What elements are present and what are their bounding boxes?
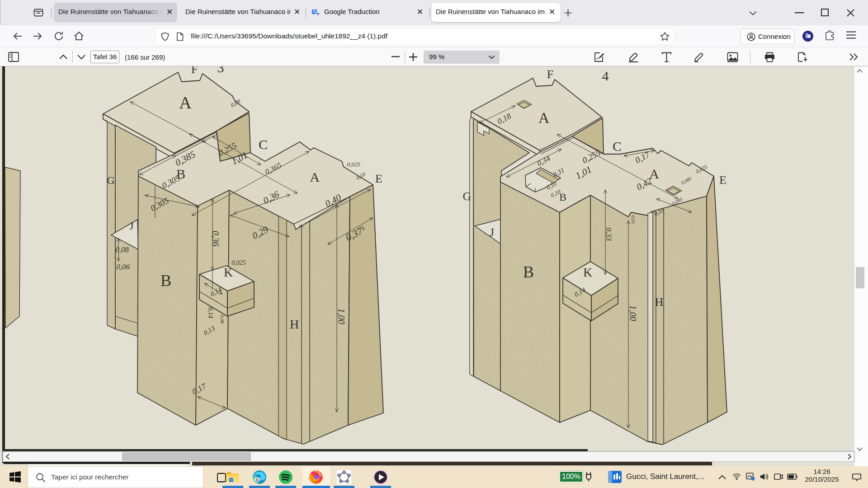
svg-text:H: H	[655, 296, 664, 309]
svg-text:A: A	[179, 93, 192, 112]
svg-text:0,05: 0,05	[631, 215, 636, 224]
svg-text:K: K	[583, 265, 592, 279]
svg-text:G: G	[107, 174, 114, 186]
svg-text:3: 3	[217, 66, 224, 75]
svg-text:G: G	[463, 190, 472, 203]
svg-text:H: H	[290, 317, 299, 331]
svg-text:1,00: 1,00	[628, 305, 638, 321]
svg-text:F: F	[547, 68, 553, 81]
svg-text:E: E	[375, 172, 382, 185]
svg-text:1,00: 1,00	[336, 309, 346, 324]
svg-text:0,08: 0,08	[115, 245, 129, 254]
svg-text:F: F	[191, 66, 198, 76]
svg-text:J: J	[129, 220, 133, 232]
svg-text:4: 4	[602, 68, 609, 83]
svg-text:0,14: 0,14	[207, 307, 214, 319]
svg-text:0,025: 0,025	[231, 259, 246, 266]
svg-text:0,36: 0,36	[211, 231, 221, 247]
svg-text:C: C	[259, 137, 268, 152]
svg-text:A: A	[538, 109, 550, 126]
svg-text:0,08: 0,08	[220, 314, 225, 324]
svg-text:0,025: 0,025	[347, 161, 360, 168]
svg-text:0,33: 0,33	[604, 227, 613, 241]
svg-text:0,06: 0,06	[116, 263, 130, 271]
svg-text:A: A	[310, 169, 320, 184]
svg-text:A: A	[649, 166, 659, 181]
svg-text:J: J	[490, 226, 494, 239]
svg-text:B: B	[160, 272, 171, 290]
svg-text:C: C	[613, 139, 622, 154]
svg-text:K: K	[224, 265, 233, 279]
svg-text:E: E	[719, 174, 726, 187]
svg-text:B: B	[523, 263, 534, 281]
